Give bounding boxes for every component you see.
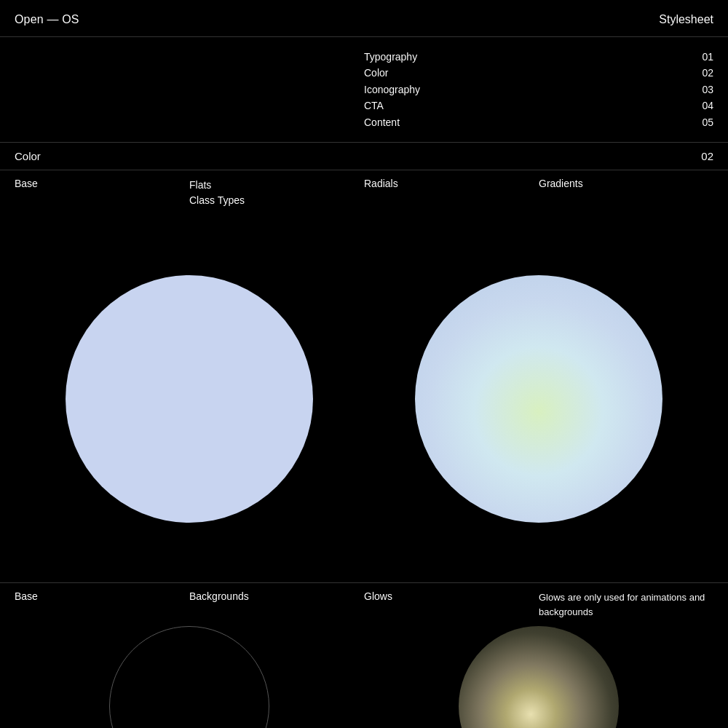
bottom-glow-circle-container [364,626,713,728]
color-section-header: Color 02 [0,143,728,170]
glow-circle [459,626,619,728]
brand-name: Open — OS [15,13,79,26]
sub-header-base: Base [15,178,189,208]
nav-item-typography[interactable]: Typography 01 [364,49,713,65]
header: Open — OS Stylesheet [0,0,728,37]
bottom-col4: Glows are only used for animations and b… [539,590,713,619]
bottom-sub-headers: Base Backgrounds Glows Glows are only us… [0,583,728,626]
outline-circle [109,626,269,728]
bottom-col1: Base [15,590,189,619]
page: Open — OS Stylesheet Typography 01 Color… [0,0,728,728]
sub-header-radials: Radials [364,178,539,208]
bottom-col3: Glows [364,590,539,619]
color-number: 02 [701,150,713,162]
sub-headers: Base Flats Class Types Radials Gradients [0,170,728,215]
bottom-circles-area [0,626,728,728]
nav-item-color[interactable]: Color 02 [364,65,713,81]
section-label: Stylesheet [659,13,713,26]
radial-circle-container [364,223,713,575]
bottom-section: Base Backgrounds Glows Glows are only us… [0,582,728,728]
flat-circle [66,275,313,523]
sub-header-gradients: Gradients [539,178,713,208]
nav-right: Typography 01 Color 02 Iconography 03 CT… [364,49,713,130]
sub-header-flats: Flats Class Types [189,178,364,208]
nav-item-cta[interactable]: CTA 04 [364,98,713,114]
nav-item-iconography[interactable]: Iconography 03 [364,82,713,98]
radial-circle [415,275,662,523]
nav-item-content[interactable]: Content 05 [364,114,713,130]
bottom-col2: Backgrounds [189,590,364,619]
nav-left [15,49,364,130]
nav-section: Typography 01 Color 02 Iconography 03 CT… [0,37,728,143]
bottom-outline-circle-container [15,626,364,728]
circles-area [0,215,728,582]
flat-circle-container [15,223,364,575]
color-title: Color [15,150,41,162]
